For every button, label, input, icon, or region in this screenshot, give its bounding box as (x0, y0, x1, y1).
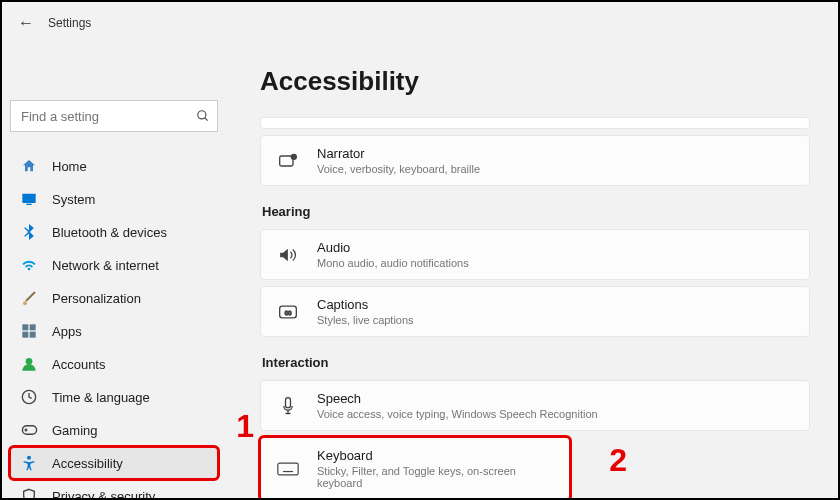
sidebar-item-apps[interactable]: Apps (10, 315, 218, 347)
sidebar-item-label: Bluetooth & devices (52, 225, 167, 240)
window-header: ← Settings (2, 2, 838, 44)
card-subtitle: Voice, verbosity, keyboard, braille (317, 163, 480, 175)
card-narrator[interactable]: Narrator Voice, verbosity, keyboard, bra… (260, 135, 810, 186)
main-content: Accessibility Narrator Voice, verbosity,… (226, 44, 838, 500)
svg-rect-5 (22, 324, 28, 330)
card-title: Audio (317, 240, 469, 255)
svg-rect-6 (30, 324, 36, 330)
svg-rect-8 (30, 332, 36, 338)
keyboard-icon (277, 458, 299, 480)
sidebar-item-accessibility[interactable]: Accessibility (10, 447, 218, 479)
card-subtitle: Mono audio, audio notifications (317, 257, 469, 269)
sidebar: Home System Bluetooth & devices Network … (2, 44, 226, 500)
sidebar-item-system[interactable]: System (10, 183, 218, 215)
svg-rect-7 (22, 332, 28, 338)
card-captions[interactable]: cc Captions Styles, live captions (260, 286, 810, 337)
sidebar-item-label: Accounts (52, 357, 105, 372)
svg-rect-11 (22, 426, 36, 435)
card-title: Narrator (317, 146, 480, 161)
shield-icon (20, 487, 38, 500)
back-icon[interactable]: ← (18, 14, 34, 32)
svg-rect-18 (278, 463, 298, 475)
annotation-2: 2 (609, 442, 627, 479)
sidebar-item-personalization[interactable]: Personalization (10, 282, 218, 314)
sidebar-item-privacy[interactable]: Privacy & security (10, 480, 218, 500)
card-audio[interactable]: Audio Mono audio, audio notifications (260, 229, 810, 280)
system-icon (20, 190, 38, 208)
svg-rect-2 (22, 194, 35, 203)
sidebar-item-label: Gaming (52, 423, 98, 438)
sidebar-item-label: System (52, 192, 95, 207)
sidebar-item-label: Time & language (52, 390, 150, 405)
card-subtitle: Voice access, voice typing, Windows Spee… (317, 408, 598, 420)
svg-point-14 (291, 154, 296, 159)
card-title: Captions (317, 297, 414, 312)
sidebar-item-label: Network & internet (52, 258, 159, 273)
card-keyboard[interactable]: Keyboard Sticky, Filter, and Toggle keys… (260, 437, 570, 500)
person-icon (20, 355, 38, 373)
brush-icon (20, 289, 38, 307)
sidebar-item-home[interactable]: Home (10, 150, 218, 182)
section-heading-interaction: Interaction (262, 355, 810, 370)
card-placeholder (260, 117, 810, 129)
svg-point-4 (23, 301, 27, 305)
sidebar-nav: Home System Bluetooth & devices Network … (10, 150, 218, 500)
sidebar-item-bluetooth[interactable]: Bluetooth & devices (10, 216, 218, 248)
card-title: Keyboard (317, 448, 553, 463)
bluetooth-icon (20, 223, 38, 241)
sidebar-item-label: Home (52, 159, 87, 174)
apps-icon (20, 322, 38, 340)
search-input[interactable] (10, 100, 218, 132)
clock-icon (20, 388, 38, 406)
sidebar-item-gaming[interactable]: Gaming 1 (10, 414, 218, 446)
card-subtitle: Sticky, Filter, and Toggle keys, on-scre… (317, 465, 553, 489)
audio-icon (277, 244, 299, 266)
svg-point-12 (27, 456, 31, 460)
header-title: Settings (48, 16, 91, 30)
card-title: Speech (317, 391, 598, 406)
card-subtitle: Styles, live captions (317, 314, 414, 326)
sidebar-item-label: Personalization (52, 291, 141, 306)
narrator-icon (277, 150, 299, 172)
svg-rect-3 (26, 204, 31, 205)
sidebar-item-label: Privacy & security (52, 489, 155, 501)
sidebar-item-label: Accessibility (52, 456, 123, 471)
sidebar-item-label: Apps (52, 324, 82, 339)
sidebar-item-network[interactable]: Network & internet (10, 249, 218, 281)
page-title: Accessibility (260, 66, 810, 97)
svg-text:cc: cc (285, 309, 292, 316)
gaming-icon (20, 421, 38, 439)
sidebar-item-accounts[interactable]: Accounts (10, 348, 218, 380)
accessibility-icon (20, 454, 38, 472)
section-heading-hearing: Hearing (262, 204, 810, 219)
card-speech[interactable]: Speech Voice access, voice typing, Windo… (260, 380, 810, 431)
svg-rect-17 (286, 397, 291, 407)
microphone-icon (277, 395, 299, 417)
captions-icon: cc (277, 301, 299, 323)
wifi-icon (20, 256, 38, 274)
sidebar-item-time[interactable]: Time & language (10, 381, 218, 413)
home-icon (20, 157, 38, 175)
svg-point-9 (26, 358, 33, 365)
